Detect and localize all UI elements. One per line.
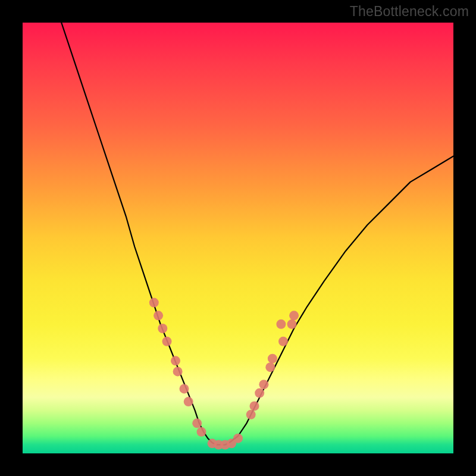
curve-marker (278, 337, 288, 346)
curve-marker (154, 311, 163, 320)
curve-marker (246, 410, 256, 419)
curve-marker (289, 311, 299, 320)
curve-marker (162, 337, 172, 346)
curve-marker (250, 401, 259, 411)
bottleneck-curve (61, 23, 453, 445)
curve-marker (192, 418, 202, 428)
curve-marker (173, 367, 183, 376)
curve-marker (255, 389, 264, 398)
curve-marker (268, 354, 277, 364)
curve-marker (171, 356, 180, 365)
plot-area (23, 23, 453, 453)
curve-marker (265, 362, 275, 372)
curve-markers (149, 298, 299, 450)
curve-marker (149, 298, 159, 308)
curve-marker (184, 397, 193, 406)
curve-marker (233, 434, 243, 443)
chart-frame: TheBottleneck.com (0, 0, 476, 476)
chart-svg (23, 23, 453, 453)
curve-marker (180, 384, 189, 393)
curve-marker (197, 427, 206, 437)
curve-marker (276, 320, 286, 329)
curve-marker (158, 324, 167, 333)
watermark-label: TheBottleneck.com (350, 4, 469, 20)
curve-marker (259, 380, 268, 389)
curve-marker (287, 320, 297, 329)
